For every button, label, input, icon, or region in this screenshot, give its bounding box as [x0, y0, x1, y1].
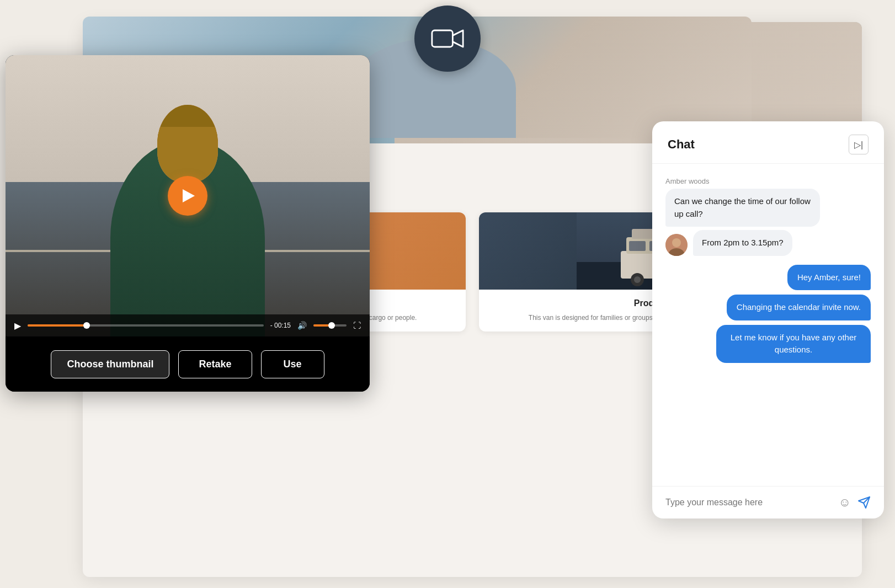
message-right-1: Hey Amber, sure! — [787, 265, 871, 291]
message-row-with-avatar: From 2pm to 3.15pm? — [665, 230, 871, 256]
progress-fill — [28, 324, 87, 327]
video-controls-bar: ▶ - 00:15 🔊 ⛶ — [6, 314, 370, 336]
sender-name-amber: Amber woods — [665, 177, 871, 185]
chat-collapse-button[interactable]: ▷| — [849, 135, 869, 154]
video-camera-icon-circle — [414, 6, 481, 72]
chat-input-area: ☺ — [652, 486, 884, 518]
message-group-self: Hey Amber, sure! Changing the calendar i… — [665, 265, 871, 363]
retake-button[interactable]: Retake — [178, 350, 252, 378]
message-left-1: Can we change the time of our follow up … — [665, 189, 820, 227]
avatar-amber — [665, 234, 688, 256]
video-content-area — [6, 55, 370, 336]
progress-bar[interactable] — [28, 324, 264, 327]
person-hair-long — [157, 127, 218, 182]
message-right-3: Let me know if you have any other questi… — [716, 325, 871, 363]
choose-thumbnail-button[interactable]: Choose thumbnail — [51, 350, 169, 378]
volume-icon[interactable]: 🔊 — [297, 321, 307, 330]
volume-thumb — [328, 322, 335, 329]
play-button[interactable] — [168, 176, 207, 216]
video-actions-bar: Choose thumbnail Retake Use — [6, 336, 370, 392]
svg-point-27 — [672, 238, 681, 247]
chat-panel: Chat ▷| Amber woods Can we change the ti… — [652, 121, 884, 518]
fullscreen-icon[interactable]: ⛶ — [353, 321, 361, 330]
send-button[interactable] — [857, 496, 871, 509]
chat-title: Chat — [668, 137, 695, 152]
bubbles-left-amber: Can we change the time of our follow up … — [665, 189, 871, 256]
progress-thumb — [83, 322, 90, 329]
svg-rect-17 — [629, 241, 646, 251]
svg-rect-25 — [432, 30, 453, 47]
send-icon — [857, 496, 871, 509]
volume-bar[interactable] — [313, 324, 347, 327]
chat-input-field[interactable] — [665, 498, 832, 507]
bubbles-right-self: Hey Amber, sure! Changing the calendar i… — [716, 265, 871, 363]
svg-point-20 — [634, 276, 641, 283]
person-head — [157, 105, 218, 182]
emoji-button[interactable]: ☺ — [839, 495, 851, 510]
time-display: - 00:15 — [270, 322, 291, 329]
controls-play-icon[interactable]: ▶ — [14, 320, 21, 331]
video-camera-icon — [431, 22, 464, 55]
message-group-amber: Amber woods Can we change the time of ou… — [665, 177, 871, 256]
video-panel: ▶ - 00:15 🔊 ⛶ Choose thumbnail Retake Us… — [6, 55, 370, 392]
use-button[interactable]: Use — [261, 350, 324, 378]
chat-messages-area: Amber woods Can we change the time of ou… — [652, 164, 884, 486]
message-right-2: Changing the calendar invite now. — [727, 295, 871, 320]
message-left-2: From 2pm to 3.15pm? — [693, 230, 792, 256]
avatar-image — [665, 234, 688, 256]
chat-header: Chat ▷| — [652, 121, 884, 164]
